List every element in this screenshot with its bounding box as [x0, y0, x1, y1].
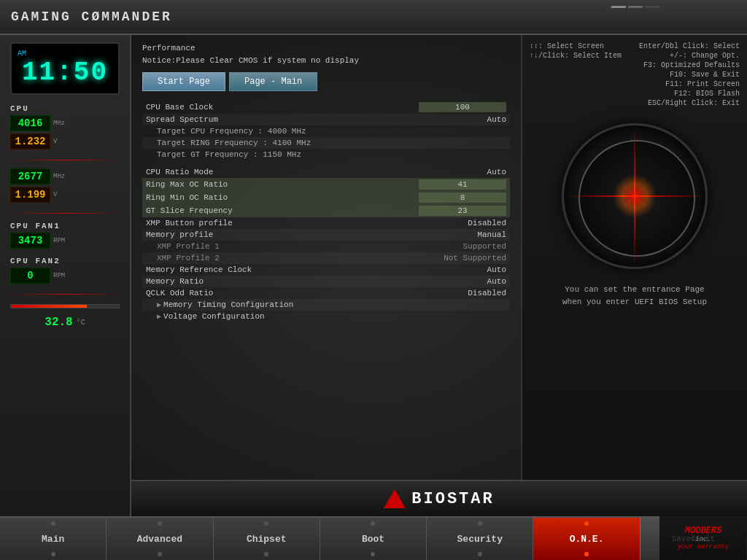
label-voltage-config: Voltage Configuration [163, 312, 265, 321]
tab-dot-one-bottom [584, 552, 589, 556]
label-cpu-base-clock: CPU Base Clock [146, 103, 213, 112]
bios-row-cpu-base-clock[interactable]: CPU Base Clock 100 [142, 101, 510, 114]
nav-tab-boot[interactable]: Boot [320, 518, 427, 560]
cpu-voltage2-value: 1.199 [10, 187, 50, 203]
nav-tab-chipset[interactable]: Chipset [214, 518, 320, 560]
tab-dot-advanced-top [158, 521, 162, 526]
nav-tab-main[interactable]: Main [0, 518, 107, 560]
tab-dot-boot-bottom [371, 552, 375, 556]
bios-row-xmp1[interactable]: XMP Profile 1 Supported [142, 241, 510, 252]
bios-row-xmp-button[interactable]: XMP Button profile Disabled [142, 217, 510, 229]
bottom-area: BIOSTAR [131, 480, 747, 516]
bios-row-mem-timing[interactable]: ▶ Memory Timing Configuration [142, 299, 510, 311]
watermark-line1: MODDERS [685, 526, 721, 536]
cpu-freq2-unit: MHz [53, 173, 65, 180]
cpu-freq-unit: MHz [53, 120, 65, 127]
hint-right-4: F10: Save & Exit [670, 71, 740, 79]
hint-right-7: ESC/Right Click: Exit [648, 99, 740, 107]
label-target-cpu: Target CPU Frequency : 4000 MHz [157, 127, 306, 136]
time-value: 11:50 [18, 58, 112, 88]
bios-row-ring-max[interactable]: Ring Max OC Ratio 41 [142, 178, 510, 191]
hint-row-3: F3: Optimized Defaults [530, 61, 740, 69]
label-mem-ref-clock: Memory Reference Clock [146, 265, 252, 274]
fan1-rpm-unit: RPM [53, 237, 65, 244]
bottom-nav: Main Advanced Chipset Boot Security O.N.… [0, 516, 747, 560]
divider-2 [10, 213, 120, 214]
label-target-ring: Target RING Frequency : 4100 MHz [157, 139, 311, 147]
tab-dot-chipset-bottom [264, 552, 268, 556]
info-line2: when you enter UEFI BIOS Setup [562, 296, 707, 308]
bios-row-qclk[interactable]: QCLK Odd Ratio Disabled [142, 287, 510, 299]
hint-left-2: ↑↓/Click: Select Item [530, 52, 622, 60]
label-ring-max: Ring Max OC Ratio [146, 180, 228, 189]
main-wrapper: GAMING CØMMANDER AM 11:50 CPU 4016 MHz [0, 0, 747, 560]
svg-point-4 [632, 194, 637, 198]
bios-tab-start[interactable]: Start Page [142, 72, 225, 91]
watermark-line3: your warranty [678, 543, 729, 551]
bios-row-ring-min[interactable]: Ring Min OC Ratio 8 [142, 191, 510, 204]
bios-row-memory-profile[interactable]: Memory profile Manual [142, 229, 510, 241]
content-area: AM 11:50 CPU 4016 MHz 1.232 V 2677 [0, 35, 747, 516]
value-ring-max: 41 [419, 179, 506, 190]
fan2-rpm-unit: RPM [53, 272, 65, 279]
bios-row-voltage-config[interactable]: ▶ Voltage Configuration [142, 311, 510, 322]
temperature-display: 32.8 °C [44, 316, 85, 329]
hint-row-1: ↕↕: Select Screen Enter/Dbl Click: Selec… [530, 42, 740, 50]
tab-dot-chipset-top [264, 521, 268, 526]
bios-row-mem-ratio[interactable]: Memory Ratio Auto [142, 276, 510, 287]
hint-right-2: +/-: Change Opt. [670, 52, 740, 60]
bios-content-table: CPU Base Clock 100 Spread Spectrum Auto … [142, 101, 510, 322]
notice-line2: Notice:Please Clear CMOS if system no di… [142, 55, 510, 67]
cpu-freq-value: 4016 [10, 115, 50, 131]
value-memory-profile: Manual [477, 230, 506, 239]
cpu-voltage-value: 1.232 [10, 133, 50, 149]
nav-tab-security-label: Security [457, 534, 503, 545]
keyboard-hints: ↕↕: Select Screen Enter/Dbl Click: Selec… [530, 42, 740, 109]
tab-dot-main-bottom [51, 552, 55, 556]
hint-row-4: F10: Save & Exit [530, 71, 740, 79]
am-pm-label: AM [18, 50, 112, 58]
nav-tab-boot-label: Boot [362, 534, 384, 545]
bios-tab-page[interactable]: Page - Main [229, 72, 317, 91]
label-xmp-button: XMP Button profile [146, 219, 233, 228]
header-title: GAMING CØMMANDER [11, 9, 172, 24]
fan1-section: CPU FAN1 3473 RPM [10, 222, 120, 251]
fan2-label: CPU FAN2 [10, 257, 120, 265]
bios-main: Performance Notice:Please Clear CMOS if … [131, 35, 521, 516]
nav-tab-security[interactable]: Security [427, 518, 533, 560]
fan1-rpm-row: 3473 RPM [10, 233, 120, 249]
bios-row-xmp2[interactable]: XMP Profile 2 Not Supported [142, 252, 510, 264]
bios-nav-tabs: Start Page Page - Main [142, 72, 510, 91]
value-qclk: Disabled [468, 289, 506, 298]
bios-row-cpu-ratio[interactable]: CPU Ratio Mode Auto [142, 166, 510, 178]
fan1-label: CPU FAN1 [10, 222, 120, 230]
cpu-freq-row: 4016 MHz [10, 115, 120, 131]
bios-row-target-gt: Target GT Frequency : 1150 MHz [142, 149, 510, 160]
divider-1 [10, 160, 120, 160]
hint-row-2: ↑↓/Click: Select Item +/-: Change Opt. [530, 52, 740, 60]
cpu-section: CPU 4016 MHz 1.232 V [10, 104, 120, 152]
nav-tab-main-label: Main [42, 534, 64, 545]
fan2-section: CPU FAN2 0 RPM [10, 257, 120, 286]
cpu-freq2-row: 2677 MHz [10, 168, 120, 184]
bios-row-gt-slice[interactable]: GT Slice Frequency 23 [142, 204, 510, 217]
value-spread-spectrum: Auto [487, 115, 506, 124]
target-outer-ring [562, 123, 708, 269]
label-gt-slice: GT Slice Frequency [146, 206, 233, 215]
cpu-voltage2-unit: V [53, 191, 57, 198]
hint-right-3: F3: Optimized Defaults [643, 61, 740, 69]
nav-tab-advanced[interactable]: Advanced [107, 518, 213, 560]
hint-row-5: F11: Print Screen [530, 80, 740, 88]
label-spread-spectrum: Spread Spectrum [146, 115, 218, 124]
nav-tab-one-label: O.N.E. [570, 534, 604, 545]
value-mem-ratio: Auto [487, 277, 506, 286]
label-ring-min: Ring Min OC Ratio [146, 193, 228, 202]
nav-tab-one[interactable]: O.N.E. [533, 518, 640, 560]
temp-value: 32.8 [44, 316, 72, 329]
target-display [562, 123, 708, 269]
bios-row-spread-spectrum[interactable]: Spread Spectrum Auto [142, 114, 510, 125]
tab-dot-advanced-bottom [158, 552, 162, 556]
bios-row-mem-ref-clock[interactable]: Memory Reference Clock Auto [142, 264, 510, 276]
value-mem-ref-clock: Auto [487, 265, 506, 274]
progress-bar-bg [10, 304, 120, 308]
